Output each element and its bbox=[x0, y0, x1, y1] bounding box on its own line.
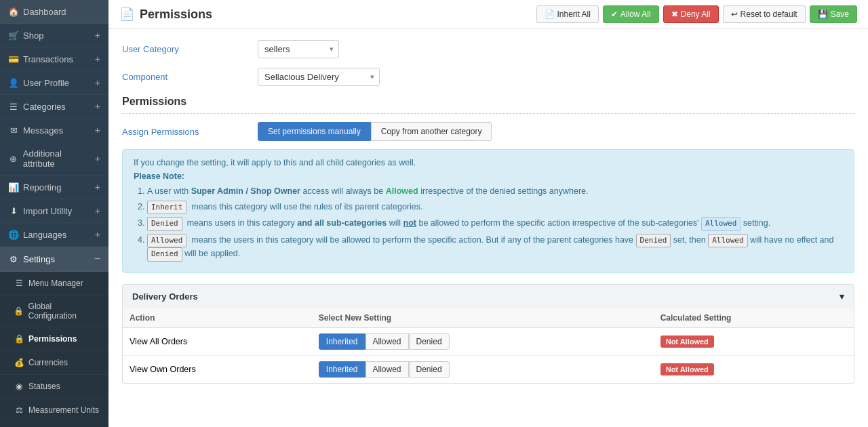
calculated-cell: Not Allowed bbox=[654, 327, 854, 355]
tab-set-permissions-manually[interactable]: Set permissions manually bbox=[258, 122, 371, 141]
sidebar-item-shop[interactable]: 🛒 Shop + bbox=[0, 24, 108, 47]
sidebar-item-label: Languages bbox=[23, 230, 66, 240]
info-item-3: Denied means users in this category and … bbox=[147, 217, 843, 231]
info-line1: If you change the setting, it will apply… bbox=[134, 158, 843, 167]
reporting-icon: 📊 bbox=[8, 182, 19, 192]
setting-btn-denied[interactable]: Denied bbox=[409, 333, 450, 350]
sidebar-item-transactions[interactable]: 💳 Transactions + bbox=[0, 47, 108, 71]
table-row: View All OrdersInheritedAllowedDeniedNot… bbox=[123, 327, 854, 355]
sidebar-sub-label: Statuses bbox=[28, 382, 60, 391]
user-category-select[interactable]: sellers bbox=[258, 40, 339, 58]
sidebar-sub-currencies[interactable]: 💰 Currencies bbox=[0, 351, 108, 375]
expand-icon: + bbox=[95, 153, 100, 164]
expand-icon: + bbox=[95, 229, 100, 240]
setting-btn-denied[interactable]: Denied bbox=[409, 361, 450, 378]
setting-btn-allowed[interactable]: Allowed bbox=[366, 361, 409, 378]
sidebar-item-import-utility[interactable]: ⬇ Import Utility + bbox=[0, 199, 108, 223]
assign-permissions-row: Assign Permissions Set permissions manua… bbox=[122, 122, 854, 141]
sidebar-item-messages[interactable]: ✉ Messages + bbox=[0, 119, 108, 142]
allow-all-button[interactable]: ✔ Allow All bbox=[603, 5, 659, 23]
inherit-tag: Inherit bbox=[147, 201, 186, 215]
reset-default-button[interactable]: ↩ Reset to default bbox=[723, 5, 806, 23]
menu-icon: ☰ bbox=[14, 278, 24, 289]
super-admin-text: Super Admin / Shop Owner bbox=[191, 186, 300, 196]
setting-btn-inherited[interactable]: Inherited bbox=[319, 361, 366, 378]
expand-icon: + bbox=[95, 30, 100, 41]
sidebar-sub-label: Permissions bbox=[28, 334, 77, 344]
col-calculated: Calculated Setting bbox=[654, 308, 854, 328]
sidebar-item-label: Categories bbox=[23, 102, 66, 112]
sidebar-sub-menu-manager[interactable]: ☰ Menu Manager bbox=[0, 272, 108, 296]
setting-cell: InheritedAllowedDenied bbox=[312, 355, 654, 383]
sidebar-sub-label: Menu Manager bbox=[28, 279, 83, 288]
sidebar-sub-measurement[interactable]: ⚖ Measurement Units bbox=[0, 399, 108, 422]
inherit-icon: 📄 bbox=[545, 9, 555, 19]
user-category-row: User Category sellers ▾ bbox=[122, 40, 854, 58]
table-row: View Own OrdersInheritedAllowedDeniedNot… bbox=[123, 355, 854, 383]
main-area: 📄 Permissions 📄 Inherit All ✔ Allow All … bbox=[108, 0, 868, 427]
topbar: 📄 Permissions 📄 Inherit All ✔ Allow All … bbox=[108, 0, 868, 29]
assign-label: Assign Permissions bbox=[122, 127, 258, 137]
info-item-2: Inherit means this category will use the… bbox=[147, 201, 843, 215]
sidebar-item-dashboard[interactable]: 🏠 Dashboard bbox=[0, 0, 108, 24]
action-cell: View All Orders bbox=[123, 327, 312, 355]
sidebar-item-settings[interactable]: ⚙ Settings − bbox=[0, 247, 108, 272]
col-select: Select New Setting bbox=[312, 308, 654, 328]
sidebar-sub-label: Global Configuration bbox=[28, 302, 100, 321]
expand-icon: + bbox=[95, 182, 100, 192]
times-icon: ✖ bbox=[671, 9, 678, 19]
sidebar-sub-label: Currencies bbox=[28, 358, 68, 367]
check-icon: ✔ bbox=[611, 9, 618, 19]
expand-icon: + bbox=[95, 101, 100, 112]
info-item-4: Allowed means the users in this category… bbox=[147, 234, 843, 262]
toolbar: 📄 Inherit All ✔ Allow All ✖ Deny All ↩ R… bbox=[536, 5, 858, 23]
sidebar-item-label: Dashboard bbox=[23, 7, 66, 17]
tab-copy-from-category[interactable]: Copy from another category bbox=[371, 122, 492, 141]
sidebar-sub-statuses[interactable]: ◉ Statuses bbox=[0, 375, 108, 399]
sidebar-item-additional-attribute[interactable]: ⊕ Additional attribute + bbox=[0, 142, 108, 176]
expand-icon: + bbox=[95, 77, 100, 88]
save-button[interactable]: 💾 Save bbox=[810, 5, 857, 23]
sidebar-sub-global-config[interactable]: 🔒 Global Configuration bbox=[0, 296, 108, 327]
setting-btn-inherited[interactable]: Inherited bbox=[319, 333, 366, 350]
reset-icon: ↩ bbox=[731, 9, 738, 19]
sidebar-item-categories[interactable]: ☰ Categories + bbox=[0, 95, 108, 119]
user-icon: 👤 bbox=[8, 77, 19, 88]
info-box: If you change the setting, it will apply… bbox=[122, 149, 854, 273]
languages-icon: 🌐 bbox=[8, 229, 19, 240]
shop-icon: 🛒 bbox=[8, 30, 19, 41]
component-select[interactable]: Sellacious Delivery bbox=[258, 68, 380, 86]
deny-all-button[interactable]: ✖ Deny All bbox=[663, 5, 719, 23]
sidebar-item-reporting[interactable]: 📊 Reporting + bbox=[0, 176, 108, 199]
measurement-icon: ⚖ bbox=[14, 405, 24, 415]
calculated-cell: Not Allowed bbox=[654, 355, 854, 383]
please-note: Please Note: bbox=[134, 171, 843, 181]
sidebar: 🏠 Dashboard 🛒 Shop + 💳 Transactions + 👤 … bbox=[0, 0, 108, 427]
denied-tag-3: Denied bbox=[147, 247, 182, 262]
sidebar-sub-permissions[interactable]: 🔒 Permissions bbox=[0, 327, 108, 351]
sidebar-item-label: Transactions bbox=[23, 54, 73, 64]
sidebar-item-languages[interactable]: 🌐 Languages + bbox=[0, 223, 108, 247]
setting-btn-allowed[interactable]: Allowed bbox=[366, 333, 409, 350]
import-icon: ⬇ bbox=[8, 205, 19, 216]
sidebar-item-label: Additional attribute bbox=[23, 148, 95, 169]
categories-icon: ☰ bbox=[8, 101, 19, 112]
sidebar-item-user-profile[interactable]: 👤 User Profile + bbox=[0, 71, 108, 95]
delivery-orders-section: Delivery Orders ▾ Action Select New Sett… bbox=[122, 284, 854, 384]
delivery-orders-header[interactable]: Delivery Orders ▾ bbox=[123, 285, 854, 308]
expand-icon: + bbox=[95, 125, 100, 136]
sidebar-item-label: Reporting bbox=[23, 182, 61, 192]
user-category-select-wrap: sellers ▾ bbox=[258, 40, 339, 58]
user-category-label: User Category bbox=[122, 44, 258, 54]
component-select-wrap: Sellacious Delivery ▾ bbox=[258, 68, 380, 86]
denied-tag: Denied bbox=[147, 217, 182, 231]
currencies-icon: 💰 bbox=[14, 357, 24, 368]
permissions-section-title: Permissions bbox=[122, 96, 854, 114]
expand-icon: + bbox=[95, 205, 100, 216]
action-cell: View Own Orders bbox=[123, 355, 312, 383]
inherit-all-button[interactable]: 📄 Inherit All bbox=[536, 5, 599, 23]
lock-icon: 🔒 bbox=[14, 333, 24, 344]
calculated-badge: Not Allowed bbox=[660, 363, 714, 375]
sidebar-sub-payment[interactable]: 💳 Payment Methods bbox=[0, 422, 108, 427]
delivery-orders-table: Action Select New Setting Calculated Set… bbox=[123, 308, 854, 383]
